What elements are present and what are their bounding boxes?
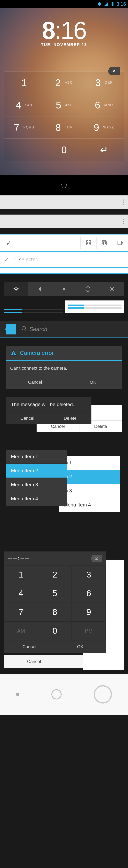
cancel-button[interactable]: Cancel (6, 376, 64, 389)
menu-item[interactable]: m 2 (59, 470, 120, 484)
keypad-5[interactable]: 5 (38, 584, 72, 603)
delete-button[interactable]: Delete (49, 412, 92, 424)
battery-icon (110, 1, 115, 7)
lockscreen: 8:16 TUE, NOVEMBER 13 ✕ 12ABC3DEF4GHI5JK… (0, 8, 128, 195)
pin-key-7[interactable]: 7PQRS (4, 116, 44, 138)
check-icon: ✓ (4, 256, 9, 264)
menu-item[interactable]: m 3 (59, 484, 120, 498)
spinner-large-icon (94, 685, 112, 704)
share-icon[interactable] (112, 237, 128, 249)
pin-key-1[interactable]: 1 (4, 71, 44, 94)
brightness-toggle[interactable] (100, 282, 124, 296)
spinner-medium-icon (51, 689, 61, 700)
pin-key-4[interactable]: 4GHI (4, 94, 44, 116)
keypad-6[interactable]: 6 (72, 584, 105, 603)
pin-enter[interactable]: ↵ (84, 138, 124, 161)
selection-row[interactable]: ✓ 1 selected (0, 252, 128, 268)
lock-handle-bar (0, 175, 128, 195)
am-button[interactable]: AM (4, 621, 38, 640)
warning-icon (10, 350, 17, 356)
quick-toggles (4, 282, 124, 297)
camera-error-dialog: Camera error Can't connect to the camera… (6, 346, 122, 389)
contextual-action-bar: ✓ (0, 234, 128, 252)
svg-point-8 (22, 326, 26, 330)
spinner-small-icon (16, 693, 19, 696)
keypad-1[interactable]: 1 (4, 565, 38, 584)
svg-rect-4 (103, 242, 106, 245)
svg-rect-0 (86, 241, 88, 242)
backspace-icon[interactable]: ⌫ (91, 555, 101, 562)
status-bar: 8:16 (0, 0, 128, 8)
keypad-7[interactable]: 7 (4, 603, 38, 621)
dialog-message: Can't connect to the camera. (6, 361, 122, 376)
popup-menu-dark: Menu Item 1Menu Item 2Menu Item 3Menu It… (6, 450, 67, 506)
menu-item[interactable]: Menu Item 1 (6, 450, 67, 464)
bluetooth-toggle[interactable] (28, 282, 52, 296)
pin-key-6[interactable]: 6MNO (84, 94, 124, 116)
unlock-ring-icon[interactable] (61, 182, 67, 188)
cancel-button[interactable]: Cancel (6, 412, 49, 424)
status-time: 8:16 (117, 1, 126, 7)
signal-icon (103, 1, 109, 7)
progress-bar-dark (4, 309, 63, 310)
keypad-9[interactable]: 9 (72, 603, 105, 621)
pin-key-9[interactable]: 9WXYZ (84, 116, 124, 138)
sync-toggle[interactable] (76, 282, 100, 296)
dialog-message: The message will be deleted. (6, 397, 91, 412)
selection-count: 1 selected (14, 256, 39, 263)
popup-menu-light: m 1m 2m 3Menu Item 4 (59, 456, 120, 512)
pin-key-0[interactable]: 0 (44, 138, 84, 161)
overflow-icon[interactable] (120, 219, 128, 224)
search-icon (19, 326, 29, 333)
grid-icon[interactable] (80, 237, 96, 249)
copy-icon[interactable] (96, 237, 112, 249)
time-picker-dark: : ⌫ 123456789 AM 0 PM Cancel OK (4, 552, 105, 653)
svg-rect-1 (89, 241, 91, 242)
svg-rect-5 (102, 241, 105, 244)
pin-key-2[interactable]: 2ABC (44, 71, 84, 94)
back-icon[interactable] (6, 324, 16, 335)
search-input[interactable]: Search (29, 326, 47, 333)
dialog-title: Camera error (20, 350, 54, 356)
ok-button[interactable]: OK (55, 641, 106, 653)
svg-rect-3 (89, 244, 91, 245)
pin-pad: 12ABC3DEF4GHI5JKL6MNO7PQRS8TUV9WXYZ0↵ (4, 71, 124, 161)
time-display: : ⌫ (4, 552, 105, 565)
action-bar-light-1 (0, 195, 128, 209)
action-bar-light-2 (0, 215, 128, 228)
loading-indicators (0, 674, 128, 715)
pin-key-5[interactable]: 5JKL (44, 94, 84, 116)
lock-clock-date: TUE, NOVEMBER 13 (0, 42, 128, 47)
pin-key-blank (4, 138, 44, 161)
progress-bar-light (68, 305, 122, 306)
keypad-4[interactable]: 4 (4, 584, 38, 603)
keypad-3[interactable]: 3 (72, 565, 105, 584)
done-icon[interactable]: ✓ (0, 238, 18, 247)
keypad-2[interactable]: 2 (38, 565, 72, 584)
wifi-toggle[interactable] (4, 282, 28, 296)
cancel-button[interactable]: Cancel (4, 641, 55, 653)
menu-item[interactable]: Menu Item 4 (59, 498, 120, 512)
menu-item[interactable]: m 1 (59, 456, 120, 470)
keypad-0[interactable]: 0 (38, 621, 72, 640)
pm-button[interactable]: PM (72, 621, 105, 640)
gps-toggle[interactable] (52, 282, 76, 296)
overflow-icon[interactable] (120, 199, 128, 205)
pin-backspace[interactable]: ✕ (108, 67, 120, 75)
lock-clock-time: 8:16 (0, 16, 128, 44)
search-action-bar: Search (0, 321, 128, 338)
svg-point-7 (111, 288, 113, 290)
debug-icon (97, 1, 102, 7)
menu-item[interactable]: Menu Item 4 (6, 492, 67, 506)
delete-dialog-dark: The message will be deleted. Cancel Dele… (6, 397, 91, 424)
pin-key-8[interactable]: 8TUV (44, 116, 84, 138)
svg-rect-6 (118, 241, 122, 245)
progress-bar-dark (4, 312, 63, 313)
progress-bar-light (68, 307, 122, 309)
svg-rect-2 (86, 244, 88, 245)
cancel-button[interactable]: Cancel (4, 655, 64, 668)
ok-button[interactable]: OK (64, 376, 122, 389)
keypad-8[interactable]: 8 (38, 603, 72, 621)
menu-item[interactable]: Menu Item 2 (6, 464, 67, 478)
menu-item[interactable]: Menu Item 3 (6, 478, 67, 492)
